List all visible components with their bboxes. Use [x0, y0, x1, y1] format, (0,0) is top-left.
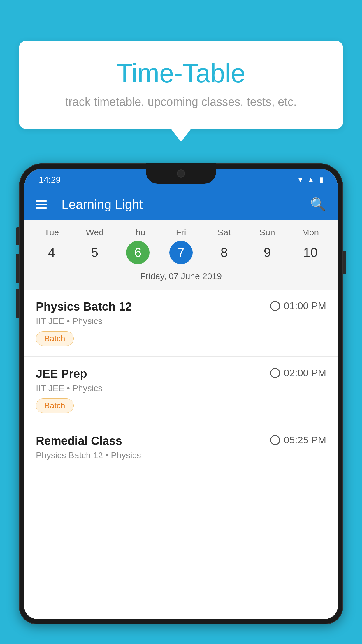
day-label: Sun [259, 228, 275, 237]
batch-badge: Batch [36, 331, 74, 346]
day-label: Sat [217, 228, 231, 237]
bubble-subtitle: track timetable, upcoming classes, tests… [42, 95, 320, 108]
speech-bubble-container: Time-Table track timetable, upcoming cla… [19, 41, 343, 129]
schedule-item-header: Remedial Class05:25 PM [36, 434, 326, 447]
calendar-day-sat[interactable]: Sat8 [208, 228, 240, 264]
calendar-day-fri[interactable]: Fri7 [165, 228, 197, 264]
clock-icon [270, 435, 280, 445]
clock-icon [270, 368, 280, 378]
time-text: 01:00 PM [284, 300, 326, 312]
time-text: 05:25 PM [284, 434, 326, 446]
wifi-icon: ▾ [298, 175, 302, 184]
calendar-strip: Tue4Wed5Thu6Fri7Sat8Sun9Mon10 Friday, 07… [24, 220, 338, 290]
search-icon[interactable]: 🔍 [310, 197, 326, 212]
schedule-item-title: Remedial Class [36, 434, 122, 447]
speech-bubble: Time-Table track timetable, upcoming cla… [19, 41, 343, 129]
app-bar: Learning Light 🔍 [24, 188, 338, 220]
schedule-item-0[interactable]: Physics Batch 1201:00 PMIIT JEE • Physic… [24, 290, 338, 357]
day-label: Thu [130, 228, 145, 237]
schedule-item-time: 02:00 PM [270, 367, 326, 379]
day-label: Fri [176, 228, 186, 237]
calendar-day-tue[interactable]: Tue4 [36, 228, 68, 264]
signal-icon: ▲ [307, 175, 314, 184]
vol-up-button [16, 254, 19, 283]
battery-icon: ▮ [319, 175, 323, 184]
day-number[interactable]: 8 [212, 241, 236, 264]
mute-button [16, 228, 19, 245]
phone-camera [177, 169, 185, 178]
schedule-list: Physics Batch 1201:00 PMIIT JEE • Physic… [24, 290, 338, 476]
day-number[interactable]: 4 [40, 241, 63, 264]
calendar-divider [30, 286, 332, 286]
status-icons: ▾ ▲ ▮ [298, 175, 323, 184]
time-text: 02:00 PM [284, 367, 326, 379]
day-label: Tue [44, 228, 59, 237]
calendar-day-sun[interactable]: Sun9 [251, 228, 283, 264]
schedule-item-1[interactable]: JEE Prep02:00 PMIIT JEE • PhysicsBatch [24, 357, 338, 424]
schedule-item-header: Physics Batch 1201:00 PM [36, 300, 326, 313]
menu-button[interactable] [36, 200, 47, 209]
power-button [343, 251, 346, 274]
clock-icon [270, 301, 280, 311]
schedule-item-time: 05:25 PM [270, 434, 326, 446]
selected-date-label: Friday, 07 June 2019 [30, 269, 332, 286]
day-label: Wed [86, 228, 103, 237]
phone-outer: 14:29 ▾ ▲ ▮ Learning Light 🔍 [19, 163, 343, 624]
schedule-item-2[interactable]: Remedial Class05:25 PMPhysics Batch 12 •… [24, 424, 338, 476]
schedule-item-subtitle: IIT JEE • Physics [36, 383, 326, 393]
calendar-day-thu[interactable]: Thu6 [122, 228, 154, 264]
day-number[interactable]: 10 [299, 241, 322, 264]
day-label: Mon [302, 228, 319, 237]
day-number[interactable]: 9 [256, 241, 279, 264]
bubble-title: Time-Table [42, 58, 320, 88]
status-time: 14:29 [39, 175, 61, 185]
phone-notch [146, 163, 216, 184]
phone-mockup: 14:29 ▾ ▲ ▮ Learning Light 🔍 [19, 163, 343, 644]
day-number[interactable]: 5 [83, 241, 106, 264]
vol-down-button [16, 289, 19, 318]
batch-badge: Batch [36, 398, 74, 413]
day-number[interactable]: 6 [126, 241, 150, 264]
calendar-day-wed[interactable]: Wed5 [79, 228, 111, 264]
schedule-item-title: Physics Batch 12 [36, 300, 132, 313]
day-number[interactable]: 7 [169, 241, 193, 264]
calendar-days: Tue4Wed5Thu6Fri7Sat8Sun9Mon10 [30, 228, 332, 264]
schedule-item-title: JEE Prep [36, 367, 87, 380]
schedule-item-header: JEE Prep02:00 PM [36, 367, 326, 380]
schedule-item-time: 01:00 PM [270, 300, 326, 312]
schedule-item-subtitle: IIT JEE • Physics [36, 316, 326, 326]
app-title: Learning Light [56, 197, 301, 212]
phone-screen: 14:29 ▾ ▲ ▮ Learning Light 🔍 [24, 169, 338, 619]
schedule-item-subtitle: Physics Batch 12 • Physics [36, 450, 326, 460]
calendar-day-mon[interactable]: Mon10 [294, 228, 326, 264]
